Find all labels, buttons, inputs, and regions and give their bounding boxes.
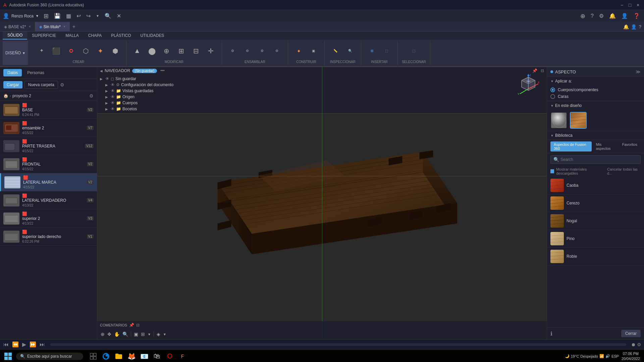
tab-base-v2[interactable]: ◈ BASE v2* × [0,22,35,31]
tool-voltear[interactable]: ⬤ [145,46,159,56]
timeline-settings-icon[interactable]: ⚙ [637,342,641,347]
tool-combinar[interactable]: ⊕ [160,46,173,56]
close-icon[interactable]: ✕ [115,12,122,20]
tool-ensamblar1[interactable]: ⚙ [226,48,239,54]
radio-bodies-input[interactable] [550,87,555,92]
tool-ensamblar3[interactable]: ⚙ [256,48,269,54]
ribbon-tab-plastico[interactable]: PLÁSTICO [106,32,136,40]
file-item-parte-trasera[interactable]: 🟥 PARTE TRASERA 4/15/22 V12 [0,137,97,155]
tool-inspeccionar1[interactable]: 📏 [329,48,342,54]
zoom-icon[interactable]: 🔍 [122,331,129,338]
timeline-track[interactable] [50,343,626,346]
tab-personas[interactable]: Personas [23,69,48,76]
tool-inspeccionar2[interactable]: 🔍 [343,48,357,54]
file-item-emsamble[interactable]: 🟥 emsamble 2 4/15/22 V7 [0,119,97,137]
project-name[interactable]: proyecto 2 [12,94,31,98]
taskbar-search-bar[interactable]: 🔍 Escribe aquí para buscar [16,353,83,360]
show-downloadable-checkbox[interactable] [550,169,554,173]
panel-settings-icon[interactable]: ⚙ [60,82,64,87]
grid-layout-icon[interactable]: ▦ [65,12,72,20]
material-item-nogal[interactable]: Nogal [547,212,644,230]
file-item-frontal[interactable]: 🟥 FRONTAL 4/15/22 V2 [0,155,97,173]
tab-account-icon[interactable]: 👤 [631,24,637,29]
taskbar-app-fusion[interactable]: F [176,350,189,362]
timeline-prev-btn[interactable]: ⏪ [11,341,19,348]
timeline-play-btn[interactable]: ▶ [21,341,27,348]
display-mode-icon[interactable]: ▣ [133,331,139,338]
taskbar-app-explorer[interactable] [113,350,125,362]
nav-item-vistas[interactable]: ▶ 👁 📁 Vistas guardadas [103,88,547,94]
nav-origen-eye[interactable]: 👁 [111,95,115,99]
nav-item-config[interactable]: ▶ 👁 ⚙ Configuración del documento [103,82,547,88]
taskbar-app-edge[interactable] [100,350,112,362]
material-item-caoba[interactable]: Caoba [547,177,644,194]
grid-dropdown-icon[interactable]: ▼ [147,332,152,337]
tool-construir1[interactable]: ◆ [292,48,306,54]
maximize-button[interactable]: □ [627,2,633,8]
timeline-first-btn[interactable]: ⏮ [3,341,9,348]
nav-cuerpos-eye[interactable]: 👁 [111,101,115,105]
help2-icon[interactable]: ❓ [632,12,641,20]
file-item-superior2[interactable]: 🟥 superior 2 4/13/22 V3 [0,209,97,228]
tool-dividir-cara[interactable]: ✛ [204,46,218,56]
timeline-last-btn[interactable]: ⏭ [39,341,46,348]
ribbon-tab-superficie[interactable]: SUPERFICIE [27,32,61,40]
tool-insertar1[interactable]: ⊞ [365,48,379,54]
tool-solevado[interactable]: ✦ [94,46,107,56]
comments-pin-icon[interactable]: 📌 [129,323,134,327]
close-button[interactable]: × [635,2,641,8]
timeline-record-icon[interactable]: ⏺ [631,342,636,347]
undo-icon[interactable]: ↩ [75,12,82,20]
nav-root-eye[interactable]: 👁 [105,76,109,81]
timeline-next-btn[interactable]: ⏩ [29,341,37,348]
tab-help-icon[interactable]: ? [639,24,641,29]
library-tab-mis[interactable]: Mis aspectos [592,141,618,152]
taskbar-app-opera[interactable]: O [164,350,176,362]
nav-options-icon[interactable]: ••• [160,68,165,73]
material-preview-wood[interactable] [570,112,587,129]
library-tab-favoritos[interactable]: Favoritos [619,141,641,152]
tool-seccion[interactable]: ⬢ [109,46,122,56]
tool-dividir-cuerpo[interactable]: ⊟ [190,46,203,56]
ribbon-tab-malla[interactable]: MALLA [61,32,83,40]
home-icon[interactable]: 🏠 [3,94,8,98]
taskbar-app-firefox[interactable]: 🦊 [125,350,138,362]
nav-config-eye[interactable]: 👁 [111,82,115,87]
add-tab-icon[interactable]: ⊕ [579,12,587,20]
search-icon[interactable]: 🔍 [103,12,113,20]
project-settings-icon[interactable]: ⚙ [89,93,94,99]
nav-collapse-icon[interactable]: ◀ [100,69,103,73]
tool-nuevo-cuerpo[interactable]: ✚ [35,47,48,54]
ribbon-tab-utilidades[interactable]: UTILIDADES [136,32,169,40]
info-icon[interactable]: ℹ [550,330,552,337]
account-icon[interactable]: 👤 [620,12,629,20]
apply-to-header[interactable]: ▼ Aplicar a: [547,77,644,85]
file-item-lateral-verdadero[interactable]: 🟥 LATERAL VERDADERO 4/13/22 V4 [0,191,97,209]
cancel-all-button[interactable]: Cancelar todas las d... [607,167,641,175]
new-folder-button[interactable]: Nueva carpeta [24,81,58,89]
tool-revolucion[interactable]: ⭕ [64,48,78,54]
redo-icon[interactable]: ↪ [85,12,92,20]
undo-dropdown-icon[interactable]: ▼ [95,13,101,18]
title-bar-controls[interactable]: − □ × [619,2,641,8]
design-dropdown[interactable]: DISEÑO ▼ [3,41,28,65]
tab-notifications-icon[interactable]: 🔔 [623,24,629,29]
library-tab-fusion[interactable]: Aspectos de Fusion 360 [550,141,592,152]
file-item-superior-lado-derecho[interactable]: 🟥 superior lado derecho 6:02:26 PM V1 [0,228,97,246]
tool-extrusion[interactable]: ⬛ [50,46,63,56]
tab-close-button[interactable]: × [29,25,31,28]
ribbon-tab-chapa[interactable]: CHAPA [84,32,106,40]
hand-icon[interactable]: ✋ [113,331,120,338]
tool-escala[interactable]: ⊞ [175,46,188,56]
taskbar-app-mail[interactable]: 📧 [138,350,150,362]
library-search-box[interactable]: 🔍 [550,155,641,164]
load-button[interactable]: Cargar [3,81,22,88]
nav-item-origen[interactable]: ▶ 👁 📁 Origen [103,94,547,100]
user-section[interactable]: 👤 Renzo Roca ▼ [3,13,39,19]
radio-faces[interactable]: Caras [550,94,641,99]
tab-close-active-button[interactable]: × [63,25,65,28]
tool-presionar[interactable]: ▲ [130,46,144,56]
settings-icon[interactable]: ⚙ [598,12,605,20]
new-tab-button[interactable]: + [70,24,78,30]
close-panel-button[interactable]: Cerrar [621,330,641,337]
